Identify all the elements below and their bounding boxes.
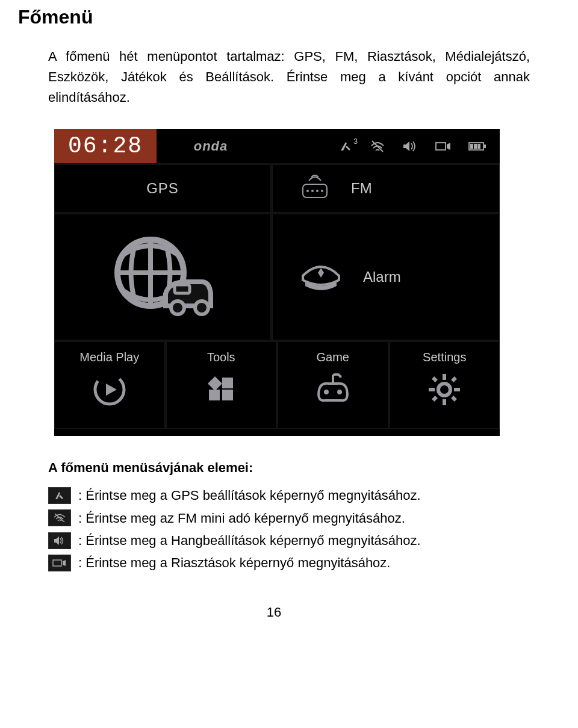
svg-rect-32 <box>451 376 457 382</box>
svg-point-24 <box>337 390 342 394</box>
svg-point-10 <box>316 190 319 192</box>
fm-label: FM <box>351 180 372 197</box>
legend-title: A főmenü menüsávjának elemei: <box>48 460 530 476</box>
svg-rect-30 <box>432 376 438 382</box>
globe-car-icon <box>108 231 217 323</box>
menu-fm[interactable]: FM <box>272 164 500 213</box>
volume-icon <box>402 140 418 153</box>
menu-gps-label[interactable]: GPS <box>54 164 271 213</box>
clock-display: 06:28 <box>54 129 157 163</box>
satellite-icon: 3 <box>338 140 353 153</box>
menu-grid: GPS FM <box>54 164 500 429</box>
brand-logo: onda <box>157 129 265 163</box>
svg-point-25 <box>438 384 450 396</box>
game-label: Game <box>317 350 349 364</box>
svg-point-11 <box>321 190 323 192</box>
legend-section: A főmenü menüsávjának elemei: : Érintse … <box>48 460 530 574</box>
legend-satellite-icon <box>48 487 71 504</box>
legend-text-gps: : Érintse meg a GPS beállítások képernyő… <box>78 484 421 506</box>
legend-wifi-icon <box>48 509 71 526</box>
menu-tools[interactable]: Tools <box>166 341 277 429</box>
svg-rect-1 <box>436 143 446 150</box>
status-tray: 3 <box>265 129 500 163</box>
svg-rect-19 <box>209 390 220 400</box>
satellite-count: 3 <box>353 137 358 146</box>
tools-icon <box>203 372 239 410</box>
svg-point-23 <box>324 390 329 394</box>
svg-rect-29 <box>454 388 460 391</box>
gear-icon <box>426 372 462 410</box>
battery-icon <box>468 141 486 152</box>
tools-label: Tools <box>207 350 235 364</box>
menu-media-play[interactable]: Media Play <box>54 341 165 429</box>
gps-label: GPS <box>146 180 179 197</box>
play-icon <box>92 372 128 410</box>
intro-paragraph: A főmenü hét menüpontot tartalmaz: GPS, … <box>48 46 530 108</box>
legend-text-sound: : Érintse meg a Hangbeállítások képernyő… <box>78 529 421 552</box>
svg-rect-5 <box>474 144 477 149</box>
wifi-off-icon <box>370 140 385 153</box>
svg-point-8 <box>306 190 309 192</box>
svg-rect-27 <box>443 399 446 405</box>
bottom-row: Media Play Tools <box>54 341 500 429</box>
svg-rect-21 <box>222 378 233 388</box>
police-hat-icon <box>297 255 345 299</box>
page-number: 16 <box>18 605 530 620</box>
svg-rect-4 <box>470 144 473 149</box>
legend-row-gps: : Érintse meg a GPS beállítások képernyő… <box>48 484 530 506</box>
settings-label: Settings <box>423 350 466 364</box>
svg-point-15 <box>171 301 184 314</box>
legend-text-alarm: : Érintse meg a Riasztások képernyő megn… <box>78 552 390 574</box>
svg-rect-17 <box>175 285 190 293</box>
svg-rect-28 <box>429 388 435 391</box>
legend-row-alarm: : Érintse meg a Riasztások képernyő megn… <box>48 552 530 574</box>
legend-row-fm: : Érintse meg az FM mini adó képernyő me… <box>48 507 530 529</box>
menu-gps[interactable] <box>54 214 271 340</box>
svg-rect-26 <box>443 374 446 380</box>
menu-alarm[interactable]: Alarm <box>272 214 500 340</box>
alarm-label: Alarm <box>363 269 401 285</box>
svg-point-16 <box>195 301 208 314</box>
device-screenshot: 06:28 onda 3 GPS <box>54 129 500 436</box>
svg-rect-3 <box>484 145 486 148</box>
svg-rect-20 <box>222 390 233 400</box>
media-label: Media Play <box>79 350 139 364</box>
svg-rect-35 <box>53 560 61 566</box>
svg-rect-31 <box>451 396 457 402</box>
legend-row-sound: : Érintse meg a Hangbeállítások képernyő… <box>48 529 530 552</box>
page-heading: Főmenü <box>18 6 530 28</box>
radio-icon <box>297 172 333 205</box>
legend-text-fm: : Érintse meg az FM mini adó képernyő me… <box>78 507 405 529</box>
gamepad-icon <box>312 372 354 407</box>
camera-icon <box>435 140 452 152</box>
device-topbar: 06:28 onda 3 <box>54 129 500 164</box>
legend-camera-icon <box>48 555 71 571</box>
menu-game[interactable]: Game <box>278 341 388 429</box>
svg-rect-6 <box>477 144 480 149</box>
svg-point-9 <box>311 190 314 192</box>
menu-settings[interactable]: Settings <box>390 341 500 429</box>
legend-volume-icon <box>48 532 71 549</box>
svg-rect-33 <box>432 396 438 402</box>
